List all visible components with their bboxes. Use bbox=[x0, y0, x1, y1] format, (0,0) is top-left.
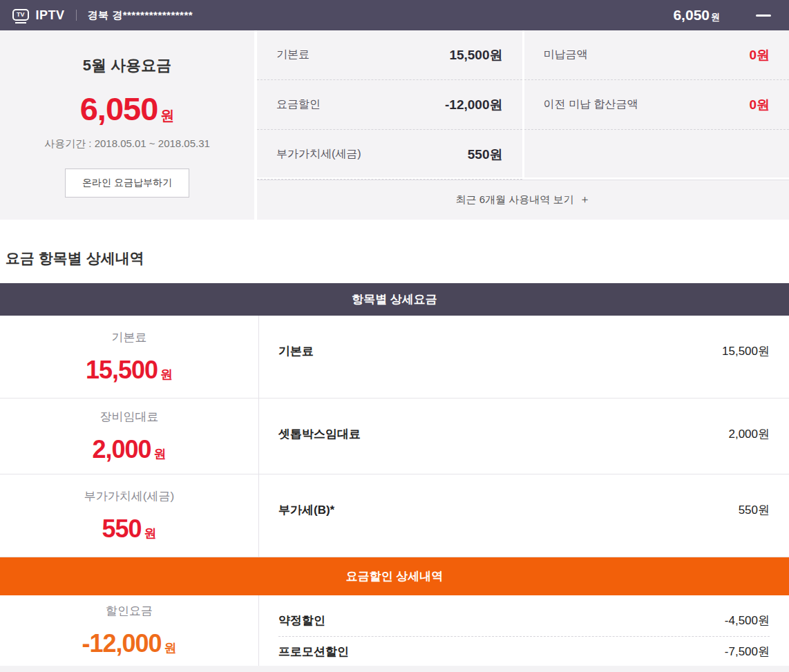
fee-value: -12,000원 bbox=[445, 96, 502, 114]
topbar-amount-unit: 원 bbox=[711, 11, 720, 23]
unpaid-total-row: 이전 미납 합산금액 0원 bbox=[524, 80, 789, 130]
monthly-total-amount: 6,050 원 bbox=[0, 90, 254, 128]
discount-table-header: 요금할인 상세내역 bbox=[0, 557, 789, 595]
table-row: 부가가치세(세금) 550 원 부가세(B)* 550원 bbox=[0, 474, 789, 557]
category-label: 장비임대료 bbox=[100, 409, 159, 425]
topbar-total-amount: 6,050 원 bbox=[673, 7, 720, 23]
recent-usage-link[interactable]: 최근 6개월 사용내역 보기 ＋ bbox=[257, 180, 789, 220]
category-cell-equipment: 장비임대료 2,000 원 bbox=[0, 399, 259, 474]
fee-summary-columns: 기본료 15,500원 요금할인 -12,000원 부가가치세(세금) 550원… bbox=[257, 30, 789, 180]
collapse-icon[interactable] bbox=[756, 15, 771, 17]
category-amount-number: 2,000 bbox=[92, 435, 151, 464]
service-label: IPTV bbox=[36, 8, 65, 23]
online-payment-button[interactable]: 온라인 요금납부하기 bbox=[65, 169, 189, 198]
item-label: 부가세(B)* bbox=[278, 502, 334, 518]
fee-column: 기본료 15,500원 요금할인 -12,000원 부가가치세(세금) 550원 bbox=[257, 30, 522, 177]
unpaid-column: 미납금액 0원 이전 미납 합산금액 0원 bbox=[522, 30, 789, 177]
fee-label: 부가가치세(세금) bbox=[276, 147, 361, 162]
category-amount-unit: 원 bbox=[160, 366, 173, 383]
item-value: 15,500원 bbox=[722, 343, 770, 359]
category-amount: 550 원 bbox=[102, 515, 156, 544]
item-label: 프로모션할인 bbox=[278, 644, 349, 660]
fee-row-base: 기본료 15,500원 bbox=[257, 30, 522, 80]
item-cell: 셋톱박스임대료 2,000원 bbox=[259, 399, 789, 474]
table-row: 할인요금 -12,000 원 약정할인 -4,500원 프로모션할인 -7,50… bbox=[0, 595, 789, 666]
category-label: 부가가치세(세금) bbox=[84, 488, 174, 504]
fee-value: 15,500원 bbox=[449, 46, 502, 64]
category-amount: 15,500 원 bbox=[86, 356, 173, 385]
item-value: -7,500원 bbox=[725, 644, 770, 660]
category-amount-number: 15,500 bbox=[86, 356, 158, 385]
monthly-amount-number: 6,050 bbox=[80, 90, 158, 128]
category-label: 할인요금 bbox=[106, 603, 153, 619]
category-amount-unit: 원 bbox=[164, 640, 177, 656]
category-amount-unit: 원 bbox=[154, 445, 167, 462]
fee-label: 기본료 bbox=[276, 48, 310, 62]
category-cell-vat: 부가가치세(세금) 550 원 bbox=[0, 474, 259, 557]
unpaid-label: 미납금액 bbox=[544, 48, 588, 62]
discount-item-row: 약정할인 -4,500원 bbox=[278, 595, 770, 637]
next-section-edge bbox=[0, 666, 789, 672]
category-amount: -12,000 원 bbox=[82, 629, 176, 658]
topbar: TV IPTV 경북 경**************** 6,050 원 bbox=[0, 0, 789, 30]
discount-item-row: 프로모션할인 -7,500원 bbox=[278, 637, 770, 666]
recent-usage-label: 최근 6개월 사용내역 보기 bbox=[456, 193, 574, 207]
item-label: 약정할인 bbox=[278, 613, 325, 628]
tv-icon-label: TV bbox=[12, 9, 29, 21]
unpaid-value: 0원 bbox=[749, 96, 770, 114]
category-label: 기본료 bbox=[112, 329, 147, 345]
category-amount-number: 550 bbox=[102, 515, 141, 544]
item-cell: 기본료 15,500원 bbox=[259, 316, 789, 398]
monthly-amount-unit: 원 bbox=[160, 106, 174, 125]
unpaid-value: 0원 bbox=[749, 46, 770, 64]
category-cell-base-fee: 기본료 15,500 원 bbox=[0, 316, 259, 398]
item-value: 2,000원 bbox=[728, 426, 770, 442]
account-name: 경북 경**************** bbox=[88, 9, 193, 22]
item-cell: 부가세(B)* 550원 bbox=[259, 474, 789, 557]
fee-summary-block: 기본료 15,500원 요금할인 -12,000원 부가가치세(세금) 550원… bbox=[254, 30, 789, 220]
topbar-divider bbox=[76, 10, 77, 21]
fee-label: 요금할인 bbox=[276, 97, 321, 112]
fee-row-discount: 요금할인 -12,000원 bbox=[257, 80, 522, 130]
category-amount-number: -12,000 bbox=[82, 629, 161, 658]
detail-section-title: 요금 항목별 상세내역 bbox=[0, 220, 789, 283]
discount-items-cell: 약정할인 -4,500원 프로모션할인 -7,500원 bbox=[259, 595, 789, 666]
fee-value: 550원 bbox=[468, 146, 503, 164]
bill-summary: 5월 사용요금 6,050 원 사용기간 : 2018.05.01 ~ 2018… bbox=[0, 30, 789, 220]
tv-icon: TV bbox=[12, 7, 29, 23]
item-label: 셋톱박스임대료 bbox=[278, 426, 361, 442]
category-amount: 2,000 원 bbox=[92, 435, 166, 464]
charge-table-header: 항목별 상세요금 bbox=[0, 283, 789, 316]
item-value: 550원 bbox=[739, 502, 770, 518]
item-label: 기본료 bbox=[278, 343, 314, 359]
unpaid-row: 미납금액 0원 bbox=[524, 30, 789, 80]
fee-row-vat: 부가가치세(세금) 550원 bbox=[257, 130, 522, 180]
category-cell-discount: 할인요금 -12,000 원 bbox=[0, 595, 259, 666]
usage-period: 사용기간 : 2018.05.01 ~ 2018.05.31 bbox=[0, 137, 254, 151]
category-amount-unit: 원 bbox=[144, 525, 157, 541]
monthly-total-title: 5월 사용요금 bbox=[0, 55, 254, 76]
table-row: 기본료 15,500 원 기본료 15,500원 bbox=[0, 316, 789, 399]
topbar-amount-number: 6,050 bbox=[673, 7, 710, 23]
monthly-total-panel: 5월 사용요금 6,050 원 사용기간 : 2018.05.01 ~ 2018… bbox=[0, 30, 254, 220]
item-value: -4,500원 bbox=[725, 613, 770, 628]
unpaid-label: 이전 미납 합산금액 bbox=[544, 97, 638, 112]
table-row: 장비임대료 2,000 원 셋톱박스임대료 2,000원 bbox=[0, 399, 789, 474]
plus-icon: ＋ bbox=[579, 193, 590, 207]
